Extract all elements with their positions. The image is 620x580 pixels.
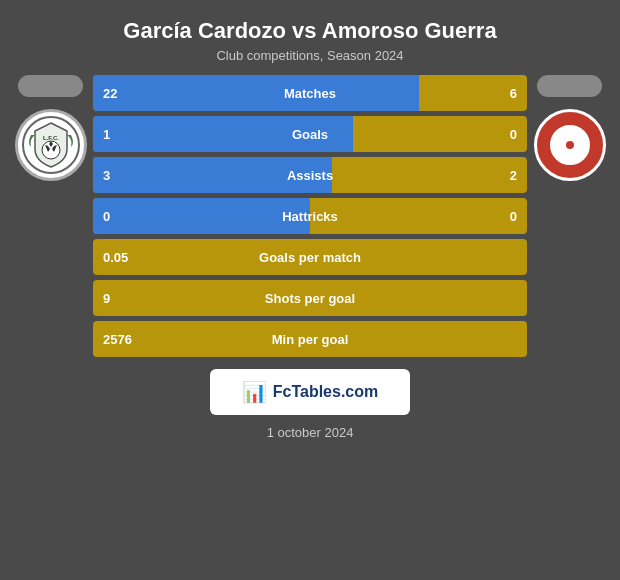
stat-row: 3Assists2 bbox=[93, 157, 527, 193]
stats-section: 22Matches61Goals03Assists20Hattricks00.0… bbox=[93, 75, 527, 357]
left-team-oval bbox=[18, 75, 83, 97]
stat-value-left: 2576 bbox=[103, 332, 132, 347]
page-title: García Cardozo vs Amoroso Guerra bbox=[10, 18, 610, 44]
stat-row: 0Hattricks0 bbox=[93, 198, 527, 234]
page-subtitle: Club competitions, Season 2024 bbox=[10, 48, 610, 63]
stat-value-left: 1 bbox=[103, 127, 110, 142]
stat-label: Matches bbox=[284, 86, 336, 101]
left-team-logo: L.F.C. bbox=[15, 109, 87, 181]
stat-value-right: 2 bbox=[510, 168, 517, 183]
stat-bar bbox=[93, 75, 419, 111]
stat-value-left: 22 bbox=[103, 86, 117, 101]
footer-date: 1 october 2024 bbox=[267, 425, 354, 440]
right-logo-dot bbox=[566, 141, 574, 149]
stat-row: 22Matches6 bbox=[93, 75, 527, 111]
stat-value-right: 6 bbox=[510, 86, 517, 101]
stat-label: Goals per match bbox=[259, 250, 361, 265]
header: García Cardozo vs Amoroso Guerra Club co… bbox=[0, 0, 620, 69]
right-team-logo bbox=[534, 109, 606, 181]
stat-value-left: 0 bbox=[103, 209, 110, 224]
fctables-icon: 📊 bbox=[242, 380, 267, 404]
stat-label: Min per goal bbox=[272, 332, 349, 347]
stat-value-left: 3 bbox=[103, 168, 110, 183]
stat-label: Goals bbox=[292, 127, 328, 142]
stat-row: 2576Min per goal bbox=[93, 321, 527, 357]
stat-label: Hattricks bbox=[282, 209, 338, 224]
stat-bar bbox=[93, 198, 310, 234]
right-logo-inner bbox=[548, 123, 592, 167]
stat-value-left: 9 bbox=[103, 291, 110, 306]
right-team bbox=[527, 75, 612, 181]
left-team: L.F.C. bbox=[8, 75, 93, 181]
fctables-banner[interactable]: 📊 FcTables.com bbox=[210, 369, 410, 415]
page-container: García Cardozo vs Amoroso Guerra Club co… bbox=[0, 0, 620, 440]
stat-label: Assists bbox=[287, 168, 333, 183]
stat-label: Shots per goal bbox=[265, 291, 355, 306]
stat-value-right: 0 bbox=[510, 127, 517, 142]
middle-row: L.F.C. 22Matches61Goals03Assists20Hattri… bbox=[0, 69, 620, 357]
stat-value-left: 0.05 bbox=[103, 250, 128, 265]
fctables-label: FcTables.com bbox=[273, 383, 379, 401]
right-team-oval bbox=[537, 75, 602, 97]
bottom-section: 📊 FcTables.com 1 october 2024 bbox=[210, 357, 410, 440]
stat-row: 1Goals0 bbox=[93, 116, 527, 152]
stat-row: 9Shots per goal bbox=[93, 280, 527, 316]
svg-text:L.F.C.: L.F.C. bbox=[43, 135, 59, 141]
stat-row: 0.05Goals per match bbox=[93, 239, 527, 275]
stat-value-right: 0 bbox=[510, 209, 517, 224]
